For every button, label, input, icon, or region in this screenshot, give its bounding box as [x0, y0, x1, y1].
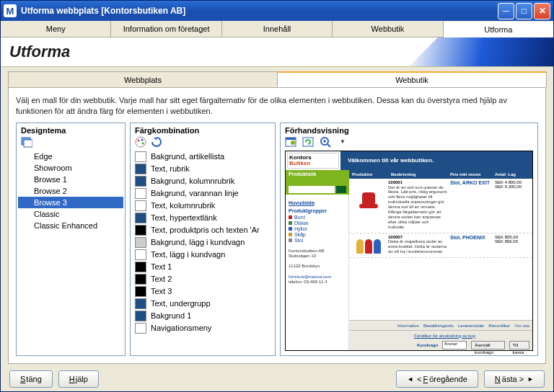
nav-innehall[interactable]: Innehåll [222, 21, 333, 37]
preview-side-item[interactable]: Hyllor [289, 226, 346, 231]
next-button[interactable]: Nästa > [484, 370, 545, 388]
zoom-in-icon[interactable] [320, 136, 331, 148]
color-label: Navigationsmeny [151, 324, 211, 332]
color-swatch [135, 286, 146, 297]
svg-rect-7 [286, 138, 296, 140]
preview-frame: Kontors Butiken Välkommen till vår webbu… [285, 151, 533, 351]
content: Webbplats Webbutik Välj en mall för din … [1, 67, 553, 367]
color-row[interactable]: Bakgrund, varannan linje [132, 187, 273, 200]
svg-point-4 [141, 138, 144, 141]
panel-preview-title: Förhandsvisning [281, 123, 537, 136]
color-swatch [135, 176, 146, 187]
banner: Utforma [1, 37, 553, 67]
subtab-webbutik[interactable]: Webbutik [277, 71, 547, 87]
color-row[interactable]: Text, hypertextlänk [132, 212, 273, 224]
preview-side-item[interactable]: Skåp [289, 232, 346, 237]
color-label: Bakgrund 1 [151, 311, 191, 320]
color-label: Text, produktpris och texten 'Ar [151, 226, 260, 234]
theme-item[interactable]: Browse 2 [18, 185, 123, 197]
color-row[interactable]: Bakgrund, artikellista [132, 151, 273, 163]
panel-colors: Färgkombination Bakgrund, artikellistaTe… [130, 122, 276, 356]
preview-banner: Välkommen till vår webbutiken. [340, 151, 532, 170]
theme-item[interactable]: Classic [18, 208, 123, 220]
minimize-button[interactable]: ─ [498, 3, 514, 19]
preview-search: Produktsök [286, 170, 349, 195]
preview-browser-icon[interactable] [285, 136, 296, 148]
preview-currency-select[interactable]: Kronor [442, 341, 467, 349]
theme-settings-icon[interactable] [21, 136, 32, 148]
color-swatch [135, 274, 146, 285]
nav-utforma[interactable]: Utforma [444, 22, 553, 37]
color-row[interactable]: Bakgrund 1 [132, 310, 273, 322]
preview-side-item[interactable]: Bord [289, 215, 346, 220]
preview-refresh-icon[interactable] [302, 136, 314, 148]
preview-logo: Kontors Butiken [287, 153, 339, 169]
theme-item[interactable]: Edge [18, 151, 123, 162]
close-page-button[interactable]: Stäng [9, 370, 53, 388]
footer: Stäng Hjälp < Föregående Nästa > [1, 367, 553, 391]
color-list: Bakgrund, artikellistaText, rubrikBakgru… [131, 151, 275, 355]
chair-red-icon [358, 192, 379, 217]
theme-item[interactable]: Browse 1 [18, 174, 123, 185]
color-row[interactable]: Text, rubrik [132, 163, 273, 175]
nav-info[interactable]: Information om företaget [111, 21, 221, 37]
subtabs: Webbplats Webbutik [8, 71, 546, 87]
color-label: Text, kolumnrubrik [151, 201, 215, 210]
help-button[interactable]: Hjälp [58, 370, 99, 388]
color-swatch [135, 151, 146, 162]
preview-product-row: 100007 Detta är stapelbara stolar av ext… [349, 233, 532, 259]
color-swatch [135, 298, 146, 309]
color-row[interactable]: Navigationsmeny [132, 322, 273, 334]
page-title: Utforma [9, 43, 70, 61]
color-row[interactable]: Bakgrund, lägg i kundvagn [132, 236, 273, 249]
preview-home-link[interactable]: Huvudsida [289, 200, 346, 205]
intro-text: Välj en mall för din webbutik. Varje mal… [16, 95, 538, 117]
color-row[interactable]: Text, produktpris och texten 'Ar [132, 224, 273, 236]
subtab-webbplats[interactable]: Webbplats [8, 71, 278, 87]
close-button[interactable]: ✕ [534, 3, 550, 19]
panel-theme-title: Designtema [17, 123, 125, 136]
prev-button[interactable]: < Föregående [396, 370, 478, 388]
panels: Designtema EdgeShowroomBrowse 1Browse 2B… [16, 122, 538, 356]
window-title: Utforma webbplats [Kontorsbutiken AB] [21, 6, 498, 16]
nav-webbutik[interactable]: Webbutik [333, 21, 443, 37]
theme-item[interactable]: Classic Enhanced [18, 220, 123, 231]
color-row[interactable]: Text 2 [132, 273, 273, 285]
color-label: Text, hypertextlänk [151, 213, 217, 222]
preview-checkout[interactable]: Till kassa [509, 341, 529, 349]
color-row[interactable]: Bakgrund, kolumnrubrik [132, 175, 273, 187]
color-label: Text 1 [151, 262, 172, 271]
zoom-dropdown-icon[interactable]: ▼ [337, 136, 348, 148]
theme-item[interactable]: Browse 3 [18, 197, 123, 208]
preview-search-field[interactable] [289, 186, 335, 193]
color-label: Text 3 [151, 287, 172, 295]
reset-colors-icon[interactable] [151, 136, 162, 148]
banner-art [409, 37, 553, 66]
preview-side-item[interactable]: Diskar [289, 220, 346, 226]
color-swatch [135, 237, 146, 248]
color-row[interactable]: Text 1 [132, 261, 273, 273]
preview-reset-cart[interactable]: Återställ kundvagn [471, 341, 505, 349]
preview-search-go[interactable] [336, 186, 346, 193]
preview-email-link[interactable]: furniture@mamut.com [289, 275, 331, 279]
palette-icon[interactable] [135, 136, 146, 148]
theme-item[interactable]: Showroom [18, 162, 123, 174]
color-row[interactable]: Text, lägg i kundvagn [132, 249, 273, 261]
color-row[interactable]: Text, kolumnrubrik [132, 200, 273, 212]
preview-main: Produktnr Beskrivning Pris inkl moms Ant… [349, 170, 532, 350]
svg-rect-1 [24, 140, 32, 147]
color-label: Text 2 [151, 275, 172, 283]
color-row[interactable]: Text, undergrupp [132, 298, 273, 310]
preview-bottom-tabs: Information Beställningsinfo Leveranstid… [349, 320, 532, 330]
color-label: Bakgrund, varannan linje [151, 189, 239, 197]
color-swatch [135, 311, 146, 321]
stools-icon [356, 235, 381, 254]
color-swatch [135, 164, 146, 174]
preview-terms[interactable]: Förvillkor för användning av kop [349, 330, 532, 340]
preview-side-item[interactable]: Stol [289, 238, 346, 243]
maximize-button[interactable]: □ [516, 3, 532, 19]
preview-product-row: 100001 Det är en stol som passar de fles… [349, 179, 532, 233]
svg-point-2 [136, 137, 146, 147]
color-row[interactable]: Text 3 [132, 285, 273, 298]
nav-meny[interactable]: Meny [1, 21, 111, 37]
